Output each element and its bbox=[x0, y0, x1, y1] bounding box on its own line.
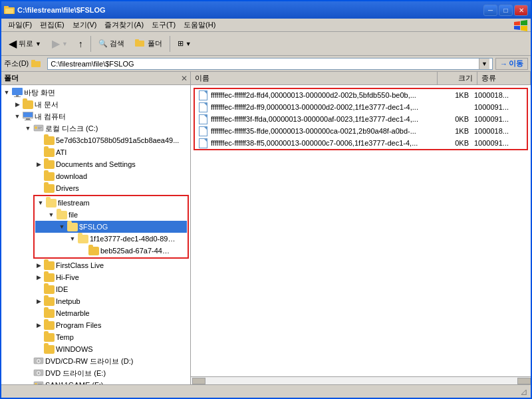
address-folder-icon bbox=[31, 59, 42, 68]
tree-item-file[interactable]: ▼ file bbox=[35, 209, 187, 221]
folders-label: 폴더 bbox=[148, 39, 162, 49]
title-bar-left: C:\filestream\file\$FSLOG bbox=[4, 5, 106, 15]
tree-expander-san11[interactable]: ▶ bbox=[23, 380, 33, 384]
tree-item-guid1[interactable]: ▼ 1f1e3777-dec1-48d0-89c3-c bbox=[35, 233, 187, 245]
tree-icon-file bbox=[57, 209, 67, 220]
tree-item-fslog[interactable]: ▼ $FSLOG bbox=[35, 221, 187, 233]
column-header-type[interactable]: 종류 bbox=[477, 72, 531, 84]
tree-item-firstclass[interactable]: ▶ FirstClass Live bbox=[1, 259, 190, 271]
hscroll-left-button[interactable] bbox=[192, 378, 205, 384]
tree-expander-temp[interactable]: ▶ bbox=[33, 332, 44, 342]
minimize-button[interactable]: ─ bbox=[483, 5, 497, 16]
tree-expander-file[interactable]: ▼ bbox=[46, 209, 57, 220]
tree-item-temp[interactable]: ▶ Temp bbox=[1, 331, 190, 343]
tree-item-docs-settings[interactable]: ▶ Documents and Settings bbox=[1, 158, 190, 170]
tree-item-hifive[interactable]: ▶ Hi-Five bbox=[1, 271, 190, 283]
file-type: 1000091... bbox=[474, 103, 524, 111]
back-button[interactable]: ◀ 뒤로 ▼ bbox=[4, 35, 46, 53]
tree-expander-netmarble[interactable]: ▶ bbox=[33, 308, 44, 319]
folder-panel-close-button[interactable]: ✕ bbox=[181, 74, 188, 83]
resize-grip[interactable]: ⊿ bbox=[520, 386, 528, 397]
tree-expander-id1[interactable]: ▶ bbox=[33, 135, 44, 146]
tree-expander-dvd[interactable]: ▶ bbox=[23, 368, 33, 378]
tree-item-local-c[interactable]: ▼ 로컬 디스크 (C:) bbox=[1, 122, 190, 134]
tree-item-netmarble[interactable]: ▶ Netmarble bbox=[1, 307, 190, 319]
file-row[interactable]: fffffffec-ffffff3f-ffda,00000013-000000a… bbox=[195, 113, 527, 125]
file-row[interactable]: fffffffec-ffffff38-ff5,00000013-000000c7… bbox=[195, 137, 527, 149]
tree-expander-mycomputer[interactable]: ▼ bbox=[12, 111, 23, 122]
tree-label-programfiles: Program Files bbox=[56, 321, 101, 329]
menu-file[interactable]: 파일(F) bbox=[4, 19, 36, 31]
tree-item-inetpub[interactable]: ▶ Inetpub bbox=[1, 295, 190, 307]
tree-expander-windows[interactable]: ▶ bbox=[33, 344, 44, 354]
tree-expander-inetpub[interactable]: ▶ bbox=[33, 296, 44, 307]
tree-expander-beb[interactable]: ▶ bbox=[78, 245, 88, 256]
file-list[interactable]: fffffffec-ffffff2d-ffd4,00000013-000000d… bbox=[191, 85, 531, 376]
maximize-button[interactable]: □ bbox=[499, 5, 513, 16]
tree-expander-ati[interactable]: ▶ bbox=[33, 147, 44, 158]
tree-item-mydocs[interactable]: ▶ 내 문서 bbox=[1, 98, 190, 110]
views-button[interactable]: ⊞ ▼ bbox=[173, 35, 196, 53]
svg-rect-9 bbox=[14, 96, 21, 97]
tree-expander-desktop[interactable]: ▼ bbox=[1, 87, 12, 98]
tree-expander-docs-settings[interactable]: ▶ bbox=[33, 159, 44, 170]
column-header-name[interactable]: 이름 bbox=[191, 72, 438, 84]
file-list-hscroll[interactable] bbox=[191, 376, 531, 384]
tree-expander-hifive[interactable]: ▶ bbox=[33, 272, 44, 283]
column-header-size[interactable]: 크기 bbox=[438, 72, 477, 84]
tree-expander-firstclass[interactable]: ▶ bbox=[33, 260, 44, 271]
tree-expander-local-c[interactable]: ▼ bbox=[23, 123, 33, 134]
folders-button[interactable]: 폴더 bbox=[130, 35, 167, 53]
tree-item-beb[interactable]: ▶ beb525ad-67a7-442e-b4... bbox=[35, 245, 187, 257]
menu-favorites[interactable]: 즐겨찾기(A) bbox=[100, 19, 148, 31]
tree-item-mycomputer[interactable]: ▼ 내 컴퓨터 bbox=[1, 110, 190, 122]
tree-label-ati: ATI bbox=[56, 148, 66, 156]
tree-item-id1[interactable]: ▶ 5e7d63cb10758b05d91a5cb8aea49... bbox=[1, 134, 190, 146]
tree-icon-mycomputer bbox=[23, 111, 33, 122]
tree-expander-filestream[interactable]: ▼ bbox=[35, 198, 46, 208]
file-row[interactable]: fffffffec-ffffff35-ffde,00000013-000000c… bbox=[195, 125, 527, 137]
address-input[interactable] bbox=[51, 60, 477, 68]
close-button[interactable]: ✕ bbox=[514, 5, 528, 16]
tree-item-windows[interactable]: ▶ WINDOWS bbox=[1, 343, 190, 355]
tree-item-dvd-rw[interactable]: ▶ DVD/CD-RW 드라이브 (D:) bbox=[1, 355, 190, 367]
tree-label-ide: IDE bbox=[56, 285, 68, 293]
tree-item-drivers[interactable]: ▶ Drivers bbox=[1, 182, 190, 194]
forward-button[interactable]: ▶ ▼ bbox=[47, 35, 72, 53]
tree-item-san11[interactable]: ▶ SAN11GAME (F:) bbox=[1, 379, 190, 384]
menu-tools[interactable]: 도구(T) bbox=[148, 19, 180, 31]
search-button[interactable]: 🔍 검색 bbox=[94, 35, 129, 53]
tree-expander-drivers[interactable]: ▶ bbox=[33, 183, 44, 194]
tree-item-desktop[interactable]: ▼ 바탕 화면 bbox=[1, 86, 190, 98]
menu-view[interactable]: 보기(V) bbox=[68, 19, 101, 31]
tree-item-ati[interactable]: ▶ ATI bbox=[1, 146, 190, 158]
tree-item-filestream[interactable]: ▼ filestream bbox=[35, 197, 187, 209]
tree-item-dvd[interactable]: ▶ DVD 드라이브 (E:) bbox=[1, 367, 190, 379]
svg-point-23 bbox=[38, 372, 39, 374]
address-dropdown-button[interactable]: ▼ bbox=[479, 59, 489, 69]
tree-expander-dvd-rw[interactable]: ▶ bbox=[23, 356, 33, 366]
file-row[interactable]: fffffffec-ffffff2d-ff9,00000013-000000d2… bbox=[195, 101, 527, 113]
menu-edit[interactable]: 편집(E) bbox=[36, 19, 68, 31]
tree-item-download[interactable]: ▶ download bbox=[1, 170, 190, 182]
hscroll-right-button[interactable] bbox=[517, 378, 531, 384]
tree-expander-mydocs[interactable]: ▶ bbox=[12, 99, 23, 110]
file-row[interactable]: fffffffec-ffffff2d-ffd4,00000013-000000d… bbox=[195, 89, 527, 101]
tree-icon-guid1 bbox=[78, 233, 88, 244]
tree-icon-programfiles bbox=[44, 320, 55, 331]
folder-tree[interactable]: ▼ 바탕 화면 ▶ bbox=[1, 85, 190, 384]
tree-icon-firstclass bbox=[44, 260, 55, 271]
tree-expander-programfiles[interactable]: ▶ bbox=[33, 320, 44, 331]
go-button[interactable]: → 이동 bbox=[495, 58, 528, 70]
tree-label-download: download bbox=[56, 172, 87, 180]
tree-expander-download[interactable]: ▶ bbox=[33, 171, 44, 182]
up-button[interactable]: ↑ bbox=[74, 35, 88, 53]
tree-label-mydocs: 내 문서 bbox=[35, 100, 59, 110]
tree-icon-drivers bbox=[44, 183, 55, 194]
tree-item-ide[interactable]: ▶ IDE bbox=[1, 283, 190, 295]
tree-expander-fslog[interactable]: ▼ bbox=[57, 221, 67, 232]
tree-expander-guid1[interactable]: ▼ bbox=[67, 233, 78, 244]
menu-help[interactable]: 도움말(H) bbox=[180, 19, 219, 31]
tree-expander-ide[interactable]: ▶ bbox=[33, 284, 44, 295]
tree-item-programfiles[interactable]: ▶ Program Files bbox=[1, 319, 190, 331]
